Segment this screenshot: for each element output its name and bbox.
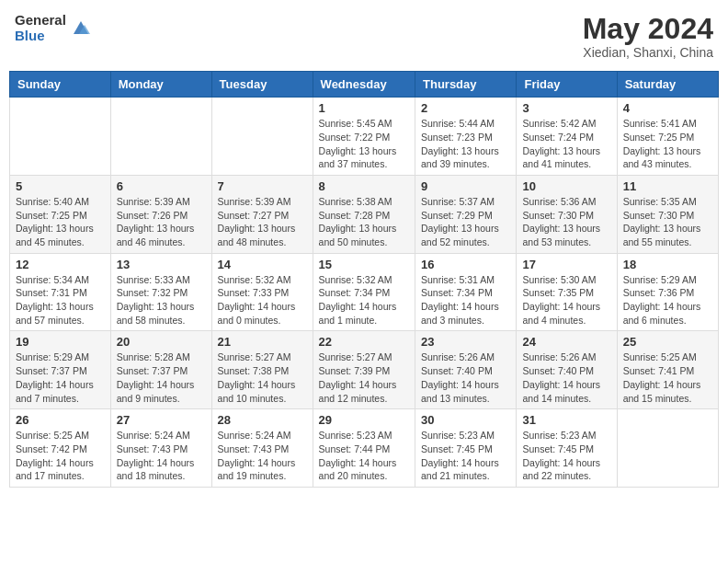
day-number: 1 (319, 101, 409, 115)
calendar-cell: 17Sunrise: 5:30 AM Sunset: 7:35 PM Dayli… (517, 253, 617, 331)
calendar-cell: 22Sunrise: 5:27 AM Sunset: 7:39 PM Dayli… (313, 331, 415, 409)
calendar-cell: 13Sunrise: 5:33 AM Sunset: 7:32 PM Dayli… (110, 253, 211, 331)
day-number: 13 (117, 258, 206, 271)
day-info: Sunrise: 5:23 AM Sunset: 7:45 PM Dayligh… (522, 429, 610, 483)
day-number: 18 (623, 258, 712, 271)
calendar-cell: 16Sunrise: 5:31 AM Sunset: 7:34 PM Dayli… (415, 253, 517, 331)
day-info: Sunrise: 5:23 AM Sunset: 7:45 PM Dayligh… (421, 429, 510, 483)
calendar-week-row: 26Sunrise: 5:25 AM Sunset: 7:42 PM Dayli… (10, 409, 719, 488)
location: Xiedian, Shanxi, China (583, 45, 713, 60)
day-number: 2 (421, 101, 510, 115)
month-year: May 2024 (583, 13, 713, 45)
day-number: 10 (522, 179, 610, 193)
logo-icon (70, 17, 92, 40)
calendar-cell: 11Sunrise: 5:35 AM Sunset: 7:30 PM Dayli… (617, 175, 718, 253)
day-header-wednesday: Wednesday (313, 72, 415, 98)
day-number: 25 (623, 335, 712, 349)
calendar-cell: 31Sunrise: 5:23 AM Sunset: 7:45 PM Dayli… (517, 409, 617, 488)
title-area: May 2024 Xiedian, Shanxi, China (583, 13, 713, 60)
day-info: Sunrise: 5:37 AM Sunset: 7:29 PM Dayligh… (421, 195, 510, 249)
calendar-cell: 24Sunrise: 5:26 AM Sunset: 7:40 PM Dayli… (517, 331, 617, 409)
day-number: 29 (319, 413, 409, 427)
day-number: 3 (522, 101, 610, 115)
day-number: 4 (623, 101, 712, 115)
day-number: 12 (16, 258, 105, 271)
day-info: Sunrise: 5:40 AM Sunset: 7:25 PM Dayligh… (16, 195, 105, 249)
calendar-cell: 10Sunrise: 5:36 AM Sunset: 7:30 PM Dayli… (517, 175, 617, 253)
day-info: Sunrise: 5:27 AM Sunset: 7:39 PM Dayligh… (319, 350, 409, 405)
calendar-cell: 25Sunrise: 5:25 AM Sunset: 7:41 PM Dayli… (617, 331, 718, 409)
day-number: 9 (421, 179, 510, 193)
day-number: 8 (319, 179, 409, 193)
calendar-cell: 15Sunrise: 5:32 AM Sunset: 7:34 PM Dayli… (313, 253, 415, 331)
day-number: 22 (319, 335, 409, 349)
logo-general-text: General (15, 13, 66, 29)
day-number: 30 (421, 413, 510, 427)
calendar-cell (211, 98, 313, 176)
calendar-cell: 3Sunrise: 5:42 AM Sunset: 7:24 PM Daylig… (517, 98, 617, 176)
day-number: 5 (16, 179, 105, 193)
day-number: 11 (623, 179, 712, 193)
day-number: 7 (218, 179, 307, 193)
day-info: Sunrise: 5:23 AM Sunset: 7:44 PM Dayligh… (319, 429, 409, 483)
day-info: Sunrise: 5:45 AM Sunset: 7:22 PM Dayligh… (319, 117, 409, 171)
day-number: 19 (16, 335, 105, 349)
day-header-saturday: Saturday (617, 72, 718, 98)
day-info: Sunrise: 5:35 AM Sunset: 7:30 PM Dayligh… (623, 195, 712, 249)
day-info: Sunrise: 5:32 AM Sunset: 7:33 PM Dayligh… (218, 273, 307, 327)
calendar-cell: 21Sunrise: 5:27 AM Sunset: 7:38 PM Dayli… (211, 331, 313, 409)
day-number: 20 (117, 335, 206, 349)
day-header-thursday: Thursday (415, 72, 517, 98)
day-header-sunday: Sunday (10, 72, 111, 98)
calendar-week-row: 12Sunrise: 5:34 AM Sunset: 7:31 PM Dayli… (10, 253, 719, 331)
day-header-monday: Monday (110, 72, 211, 98)
day-info: Sunrise: 5:39 AM Sunset: 7:27 PM Dayligh… (218, 195, 307, 249)
day-info: Sunrise: 5:25 AM Sunset: 7:42 PM Dayligh… (16, 429, 105, 483)
day-info: Sunrise: 5:26 AM Sunset: 7:40 PM Dayligh… (522, 350, 610, 405)
day-info: Sunrise: 5:32 AM Sunset: 7:34 PM Dayligh… (319, 273, 409, 327)
day-number: 15 (319, 258, 409, 271)
day-number: 26 (16, 413, 105, 427)
calendar-cell: 23Sunrise: 5:26 AM Sunset: 7:40 PM Dayli… (415, 331, 517, 409)
day-number: 23 (421, 335, 510, 349)
day-info: Sunrise: 5:30 AM Sunset: 7:35 PM Dayligh… (522, 273, 610, 327)
calendar-cell (10, 98, 111, 176)
calendar-cell: 28Sunrise: 5:24 AM Sunset: 7:43 PM Dayli… (211, 409, 313, 488)
calendar-week-row: 5Sunrise: 5:40 AM Sunset: 7:25 PM Daylig… (10, 175, 719, 253)
day-number: 24 (522, 335, 610, 349)
day-number: 14 (218, 258, 307, 271)
day-info: Sunrise: 5:36 AM Sunset: 7:30 PM Dayligh… (522, 195, 610, 249)
day-header-friday: Friday (517, 72, 617, 98)
day-info: Sunrise: 5:31 AM Sunset: 7:34 PM Dayligh… (421, 273, 510, 327)
calendar-cell (617, 409, 718, 488)
day-info: Sunrise: 5:29 AM Sunset: 7:37 PM Dayligh… (16, 350, 105, 405)
day-info: Sunrise: 5:41 AM Sunset: 7:25 PM Dayligh… (623, 117, 712, 171)
day-info: Sunrise: 5:39 AM Sunset: 7:26 PM Dayligh… (117, 195, 206, 249)
day-info: Sunrise: 5:29 AM Sunset: 7:36 PM Dayligh… (623, 273, 712, 327)
calendar-cell: 26Sunrise: 5:25 AM Sunset: 7:42 PM Dayli… (10, 409, 111, 488)
calendar-cell: 29Sunrise: 5:23 AM Sunset: 7:44 PM Dayli… (313, 409, 415, 488)
calendar-cell (110, 98, 211, 176)
calendar-cell: 30Sunrise: 5:23 AM Sunset: 7:45 PM Dayli… (415, 409, 517, 488)
calendar-cell: 18Sunrise: 5:29 AM Sunset: 7:36 PM Dayli… (617, 253, 718, 331)
calendar-cell: 6Sunrise: 5:39 AM Sunset: 7:26 PM Daylig… (110, 175, 211, 253)
day-info: Sunrise: 5:25 AM Sunset: 7:41 PM Dayligh… (623, 350, 712, 405)
calendar-cell: 7Sunrise: 5:39 AM Sunset: 7:27 PM Daylig… (211, 175, 313, 253)
day-header-tuesday: Tuesday (211, 72, 313, 98)
day-number: 16 (421, 258, 510, 271)
calendar-cell: 12Sunrise: 5:34 AM Sunset: 7:31 PM Dayli… (10, 253, 111, 331)
header: General Blue May 2024 Xiedian, Shanxi, C… (9, 9, 719, 63)
calendar-cell: 4Sunrise: 5:41 AM Sunset: 7:25 PM Daylig… (617, 98, 718, 176)
day-number: 6 (117, 179, 206, 193)
calendar-cell: 5Sunrise: 5:40 AM Sunset: 7:25 PM Daylig… (10, 175, 111, 253)
day-info: Sunrise: 5:28 AM Sunset: 7:37 PM Dayligh… (117, 350, 206, 405)
day-info: Sunrise: 5:24 AM Sunset: 7:43 PM Dayligh… (218, 429, 307, 483)
day-number: 28 (218, 413, 307, 427)
calendar-cell: 9Sunrise: 5:37 AM Sunset: 7:29 PM Daylig… (415, 175, 517, 253)
day-info: Sunrise: 5:38 AM Sunset: 7:28 PM Dayligh… (319, 195, 409, 249)
calendar-cell: 19Sunrise: 5:29 AM Sunset: 7:37 PM Dayli… (10, 331, 111, 409)
logo-blue-text: Blue (15, 29, 66, 44)
day-info: Sunrise: 5:44 AM Sunset: 7:23 PM Dayligh… (421, 117, 510, 171)
calendar-cell: 14Sunrise: 5:32 AM Sunset: 7:33 PM Dayli… (211, 253, 313, 331)
day-info: Sunrise: 5:24 AM Sunset: 7:43 PM Dayligh… (117, 429, 206, 483)
